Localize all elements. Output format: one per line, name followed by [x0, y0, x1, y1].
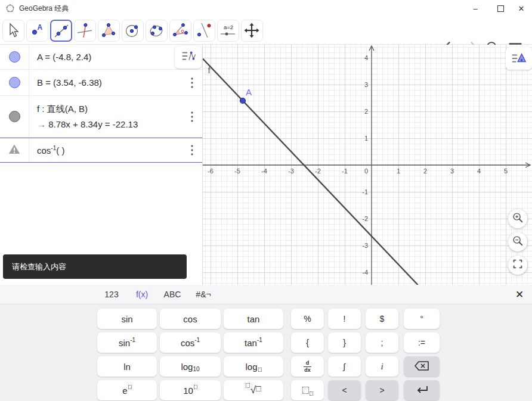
- keyboard-close-button[interactable]: ✕: [512, 287, 527, 302]
- exponent-box: [128, 385, 132, 389]
- key-label: cos: [183, 314, 197, 324]
- key-ten-power[interactable]: 10: [160, 380, 221, 400]
- key-derivative[interactable]: ddx: [291, 356, 324, 377]
- graphics-view[interactable]: -6-5-4-3-2-1012345-4-3-2-11234fA: [203, 45, 532, 285]
- tool-reflect-about-line[interactable]: [193, 20, 215, 42]
- close-window-button[interactable]: ✕: [511, 0, 532, 17]
- row-menu-button[interactable]: [187, 142, 197, 158]
- key-sin-inverse[interactable]: sin-1: [97, 332, 157, 353]
- key-label: °: [420, 314, 423, 324]
- key-label: sin: [121, 314, 132, 324]
- tool-point[interactable]: A: [26, 20, 48, 42]
- key-$[interactable]: $: [366, 309, 398, 329]
- key-nth-root[interactable]: √: [224, 380, 283, 400]
- tool-polygon[interactable]: [98, 20, 120, 42]
- key-{[interactable]: {: [291, 332, 324, 353]
- tool-perpendicular-line[interactable]: [74, 20, 96, 42]
- key-cos-inverse[interactable]: cos-1: [160, 332, 221, 353]
- minimize-button[interactable]: –: [463, 0, 488, 17]
- axis-tick-label: 0: [364, 167, 368, 175]
- key-e-power[interactable]: e: [97, 380, 157, 400]
- key-imaginary-i[interactable]: i: [366, 356, 398, 377]
- exponent-box: [194, 385, 197, 389]
- algebra-row-f[interactable]: f : 直线(A, B)→ 8.78x + 8.34y = -22.13: [0, 96, 202, 138]
- algebra-row-label: cos-1( ): [37, 145, 176, 156]
- row-menu-button[interactable]: [187, 109, 197, 125]
- key-log10[interactable]: log10: [160, 356, 221, 377]
- tool-line-through-two-points[interactable]: [50, 20, 72, 42]
- algebra-row-A[interactable]: A = (-4.8, 2.4): [0, 45, 202, 70]
- radicand-box: [256, 386, 261, 391]
- algebra-style-button[interactable]: [175, 46, 202, 69]
- keyboard-tab-123[interactable]: 123: [97, 285, 126, 304]
- line-visibility-dot: [9, 111, 20, 122]
- key-tan-inverse[interactable]: tan-1: [224, 332, 283, 353]
- key-![interactable]: !: [328, 309, 361, 329]
- visibility-toggle[interactable]: [0, 45, 29, 69]
- visibility-toggle[interactable]: [0, 96, 29, 137]
- cursor-icon: [3, 32, 23, 42]
- radical-glyph: √: [250, 384, 256, 396]
- key-}[interactable]: }: [328, 332, 361, 353]
- key-sin[interactable]: sin: [97, 309, 157, 329]
- visibility-toggle[interactable]: [0, 138, 29, 162]
- key-subscript[interactable]: [291, 380, 324, 400]
- fullscreen-button[interactable]: [508, 256, 527, 275]
- maximize-button[interactable]: [488, 0, 513, 17]
- key-log[interactable]: log: [224, 356, 283, 377]
- algebra-row-input[interactable]: cos-1( ): [0, 138, 202, 163]
- algebra-text-segment: ( ): [56, 145, 64, 156]
- visibility-toggle[interactable]: [0, 70, 29, 95]
- keyboard-tab-[interactable]: #&¬: [189, 285, 218, 304]
- axis-tick-label: -1: [342, 167, 348, 175]
- key-label: <: [342, 386, 347, 395]
- zoom-out-button[interactable]: [508, 232, 527, 251]
- toast-text: 请检查输入内容: [12, 262, 66, 272]
- tool-angle[interactable]: [169, 20, 191, 42]
- algebra-row-label: A = (-4.8, 2.4): [37, 52, 176, 62]
- key-cos[interactable]: cos: [160, 309, 221, 329]
- key-left-arrow[interactable]: <: [328, 380, 361, 400]
- row-menu-button[interactable]: [187, 75, 197, 91]
- key-°[interactable]: °: [404, 309, 440, 329]
- axis-tick-label: 2: [423, 167, 427, 175]
- tool-circle-center-point[interactable]: [122, 20, 144, 42]
- key-label: }: [343, 338, 346, 347]
- titlebar: GeoGebra 经典 – ✕: [0, 0, 532, 17]
- zoom-out-icon: [511, 234, 524, 250]
- key-superscript: -1: [130, 337, 135, 343]
- point-A[interactable]: [240, 98, 246, 104]
- key-backspace[interactable]: [404, 356, 440, 377]
- key-ln[interactable]: ln: [97, 356, 157, 377]
- geogebra-logo-icon: [5, 4, 15, 13]
- key-right-arrow[interactable]: >: [366, 380, 398, 400]
- key-%[interactable]: %: [291, 309, 324, 329]
- zoom-in-button[interactable]: [508, 209, 527, 228]
- algebra-row-content: A = (-4.8, 2.4): [37, 45, 176, 69]
- warning-icon: [7, 142, 21, 158]
- angle-icon: [170, 32, 190, 42]
- keyboard-tab-abc[interactable]: ABC: [157, 285, 188, 304]
- algebra-text-segment: f : 直线(A, B): [37, 104, 88, 114]
- key-:=[interactable]: :=: [404, 332, 440, 353]
- graphics-canvas[interactable]: -6-5-4-3-2-1012345-4-3-2-11234fA: [203, 45, 532, 285]
- axis-tick-label: -3: [288, 167, 294, 175]
- tool-move[interactable]: [2, 20, 24, 42]
- key-enter[interactable]: [404, 380, 440, 400]
- key-integral[interactable]: ∫: [328, 356, 361, 377]
- toolbar: Aa=2: [0, 17, 532, 45]
- tool-conic-through-points[interactable]: [146, 20, 168, 42]
- tool-slider[interactable]: a=2: [217, 20, 239, 42]
- algebra-row-content: f : 直线(A, B)→ 8.78x + 8.34y = -22.13: [37, 96, 176, 137]
- graphics-style-button[interactable]: [506, 47, 532, 70]
- tool-move-graphics-view[interactable]: [241, 20, 263, 42]
- key-tan[interactable]: tan: [224, 309, 283, 329]
- algebra-row-B[interactable]: B = (3.54, -6.38): [0, 70, 202, 96]
- keyboard-tab-fx[interactable]: f(x): [128, 285, 156, 304]
- key-label: sin: [119, 338, 130, 348]
- root-index-box: [246, 383, 250, 388]
- axis-tick-label: -2: [315, 167, 321, 175]
- axis-tick-label: -2: [362, 215, 368, 222]
- axis-tick-label: -5: [234, 167, 240, 175]
- key-;[interactable]: ;: [366, 332, 398, 353]
